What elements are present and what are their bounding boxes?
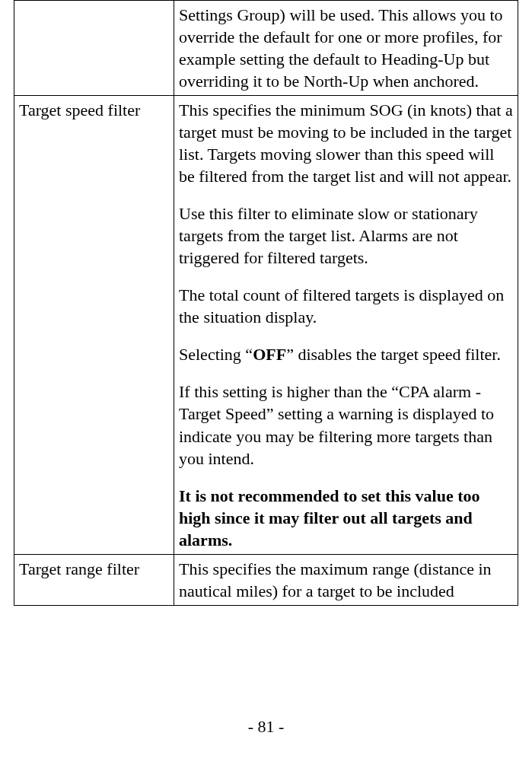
page-content: Settings Group) will be used. This allow… xyxy=(0,0,532,606)
setting-desc-cell: This specifies the minimum SOG (in knots… xyxy=(174,96,518,555)
setting-label-cell: Target speed filter xyxy=(14,96,174,555)
paragraph: This specifies the minimum SOG (in knots… xyxy=(179,99,513,187)
paragraph: It is not recommended to set this value … xyxy=(179,485,513,551)
paragraph: If this setting is higher than the “CPA … xyxy=(179,381,513,469)
setting-desc-cell: This specifies the maximum range (distan… xyxy=(174,554,518,605)
settings-table: Settings Group) will be used. This allow… xyxy=(14,0,518,606)
paragraph: The total count of filtered targets is d… xyxy=(179,284,513,328)
setting-label-cell: Target range filter xyxy=(14,554,174,605)
paragraph: Use this filter to eliminate slow or sta… xyxy=(179,202,513,269)
paragraph: Settings Group) will be used. This allow… xyxy=(179,4,513,92)
setting-label: Target speed filter xyxy=(19,100,140,119)
paragraph: This specifies the maximum range (distan… xyxy=(179,558,513,602)
paragraph: Selecting “OFF” disables the target spee… xyxy=(179,343,513,365)
page-number: - 81 - xyxy=(0,717,532,737)
table-row: Settings Group) will be used. This allow… xyxy=(14,1,518,96)
setting-label-cell xyxy=(14,1,174,96)
setting-label: Target range filter xyxy=(19,559,139,578)
table-row: Target speed filter This specifies the m… xyxy=(14,96,518,555)
setting-desc-cell: Settings Group) will be used. This allow… xyxy=(174,1,518,96)
table-row: Target range filter This specifies the m… xyxy=(14,554,518,605)
